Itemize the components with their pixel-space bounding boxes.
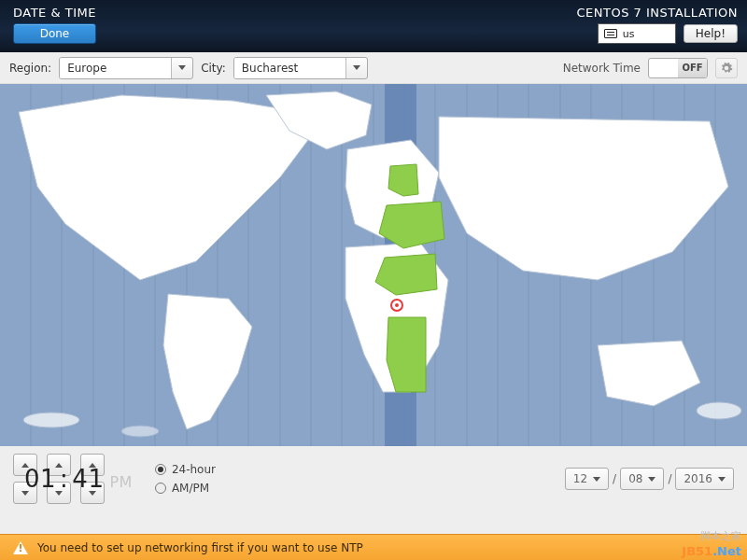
ntp-settings-button[interactable]: [715, 58, 738, 78]
installer-title: CENTOS 7 INSTALLATION: [576, 6, 738, 20]
done-button[interactable]: Done: [13, 23, 96, 44]
radio-icon: [155, 464, 166, 475]
year-combo[interactable]: 2016: [675, 468, 734, 490]
city-label: City:: [201, 62, 226, 75]
network-time-off-slot: OFF: [678, 59, 707, 77]
city-combo-arrow[interactable]: [346, 58, 367, 78]
keyboard-layout-label: us: [623, 28, 635, 40]
chevron-down-icon: [593, 477, 600, 482]
region-combo-arrow[interactable]: [172, 58, 192, 78]
header-bar: DATE & TIME Done CENTOS 7 INSTALLATION u…: [0, 0, 747, 52]
timezone-map[interactable]: [0, 84, 747, 446]
format-ampm-label: AM/PM: [172, 482, 209, 495]
keyboard-icon: [604, 29, 617, 38]
chevron-down-icon: [648, 477, 655, 482]
minutes-value: 41: [72, 465, 104, 493]
svg-point-26: [121, 426, 159, 437]
time-date-controls: 01:41 PM 24-hour AM/PM 12 / 08 /: [0, 446, 747, 511]
network-time-on-slot: [649, 59, 678, 77]
date-sep: /: [613, 472, 616, 485]
format-ampm-radio[interactable]: AM/PM: [155, 482, 216, 495]
warning-icon: [13, 541, 28, 554]
help-button[interactable]: Help!: [684, 24, 738, 43]
ntp-warning-bar: You need to set up networking first if y…: [0, 534, 747, 560]
chevron-down-icon: [353, 65, 360, 70]
keyboard-layout-indicator[interactable]: us: [598, 23, 676, 44]
city-combo[interactable]: Bucharest: [233, 57, 368, 79]
gear-icon: [720, 62, 733, 75]
ntp-warning-text: You need to set up networking first if y…: [37, 541, 363, 554]
chevron-down-icon: [718, 477, 726, 482]
ampm-value: PM: [109, 473, 132, 491]
region-value: Europe: [60, 58, 172, 78]
time-display: 01:41 PM: [24, 465, 133, 493]
region-label: Region:: [9, 62, 51, 75]
network-time-toggle[interactable]: OFF: [648, 58, 708, 78]
network-time-label: Network Time: [563, 62, 641, 75]
month-combo[interactable]: 08: [620, 468, 664, 490]
hours-value: 01: [24, 465, 56, 493]
day-combo[interactable]: 12: [565, 468, 609, 490]
svg-point-25: [23, 413, 79, 427]
region-combo[interactable]: Europe: [59, 57, 193, 79]
month-value: 08: [628, 472, 642, 485]
day-value: 12: [573, 472, 587, 485]
city-value: Bucharest: [234, 58, 346, 78]
chevron-down-icon: [178, 65, 186, 70]
watermark-cn: 脚本之家: [700, 529, 741, 543]
watermark-en: JB51.Net: [682, 544, 741, 558]
radio-icon: [155, 483, 166, 494]
year-value: 2016: [684, 472, 712, 485]
svg-point-27: [697, 402, 741, 419]
svg-point-29: [395, 303, 399, 307]
page-title: DATE & TIME: [13, 6, 96, 20]
format-24h-label: 24-hour: [172, 463, 216, 476]
timezone-toolbar: Region: Europe City: Bucharest Network T…: [0, 52, 747, 84]
date-sep: /: [668, 472, 671, 485]
format-24h-radio[interactable]: 24-hour: [155, 463, 216, 476]
